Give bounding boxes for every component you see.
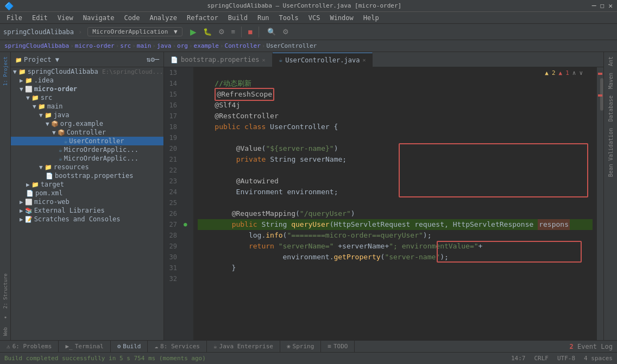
project-tree: ▼ 📁 springCloudAlibaba E:\springCloud...…	[11, 67, 163, 340]
menu-item-build[interactable]: Build	[224, 13, 252, 23]
menu-item-view[interactable]: View	[53, 13, 78, 23]
bottom-tab-terminal[interactable]: ▶_ Terminal	[59, 341, 110, 352]
tree-root[interactable]: ▼ 📁 springCloudAlibaba E:\springCloud...	[11, 67, 163, 76]
bookmark-gutter-icon[interactable]	[184, 230, 193, 241]
tab-usercontroller[interactable]: ☕ UserController.java ✕	[273, 53, 373, 67]
bottom-tab-problems[interactable]: ⚠ 6: Problems	[0, 341, 59, 352]
menu-item-help[interactable]: Help	[359, 13, 383, 23]
tree-bootstrap-props[interactable]: 📄 bootstrap.properties	[11, 171, 163, 180]
gutter-19: 19	[166, 132, 179, 143]
settings-button[interactable]: ⚙	[280, 27, 291, 37]
tree-org-example[interactable]: ▼ 📦 org.example	[11, 119, 163, 128]
folder-icon: 📁	[18, 68, 26, 75]
maximize-btn[interactable]: □	[601, 2, 605, 9]
tab-label-bootstrap: bootstrap.properties	[181, 56, 260, 63]
debug-button[interactable]: 🐛	[201, 27, 214, 37]
tab-close-usercontroller[interactable]: ✕	[362, 57, 366, 63]
bottom-tab-build[interactable]: ⚙ Build	[111, 341, 148, 352]
favorites-strip-tab[interactable]: ★	[2, 313, 9, 323]
tree-micro-web[interactable]: ▶ ⬜ micro-web	[11, 197, 163, 206]
structure-strip-tab[interactable]: 2: Structure	[2, 271, 9, 311]
menu-item-refactor[interactable]: Refactor	[182, 13, 223, 23]
tree-idea-label: .idea	[34, 76, 54, 84]
status-right: 14:7 CRLF UTF-8 4 spaces	[511, 355, 613, 362]
status-bar: Build completed successfully in 5 s 754 …	[0, 352, 617, 364]
coverage-button[interactable]: ⚙	[216, 27, 227, 37]
tree-main[interactable]: ▼ 📁 main	[11, 102, 163, 111]
tree-usercontroller[interactable]: ▶ ☕ UserController	[11, 137, 163, 145]
minimize-btn[interactable]: ─	[592, 2, 596, 10]
close-btn[interactable]: ✕	[608, 2, 613, 10]
expand-icon: ▶	[20, 199, 23, 206]
breadcrumb-controller[interactable]: Controller	[225, 42, 261, 49]
tree-microorderapp1[interactable]: ☕ MicroOrderApplic...	[11, 145, 163, 154]
web-strip-tab[interactable]: Web	[2, 325, 9, 338]
code-line-29: return "serverName=" +serverName+"; envi…	[198, 241, 593, 252]
gutter-32: 32	[166, 273, 179, 284]
gutter-23: 23	[166, 176, 179, 187]
code-editor[interactable]: //动态刷新 @RefreshScope @Slf4j @RestControl…	[193, 67, 597, 340]
tree-java[interactable]: ▼ 📁 java	[11, 111, 163, 119]
tree-resources[interactable]: ▼ 📁 resources	[11, 163, 163, 171]
gutter-17: 17	[166, 111, 179, 122]
tree-micro-order[interactable]: ▼ ⬜ micro-order	[11, 85, 163, 93]
tree-microorderapp2-label: MicroOrderApplic...	[64, 155, 138, 162]
breadcrumb-main[interactable]: main	[137, 42, 152, 49]
tree-resources-label: resources	[54, 163, 89, 171]
module-icon: ⬜	[25, 86, 33, 93]
tree-src[interactable]: ▼ 📁 src	[11, 93, 163, 102]
menu-item-tools[interactable]: Tools	[275, 13, 303, 23]
bottom-tab-java-enterprise[interactable]: ☕ Java Enterprise	[207, 341, 280, 352]
tab-close-bootstrap[interactable]: ✕	[262, 57, 266, 63]
expand-icon: ▼	[20, 86, 23, 93]
run-gutter-icon[interactable]: ●	[184, 219, 193, 230]
right-tab-ant[interactable]: Ant	[607, 54, 615, 68]
panel-icon-minimize[interactable]: ─	[155, 55, 159, 63]
nav-down-icon[interactable]: ∨	[579, 69, 583, 76]
toolbar-run-config[interactable]: MicroOrderApplication ▼	[87, 27, 182, 36]
breadcrumb-project[interactable]: springCloudAlibaba	[4, 42, 69, 49]
tree-controller[interactable]: ▼ 📦 Controller	[11, 128, 163, 137]
panel-icon-gear[interactable]: ⚙	[150, 55, 155, 63]
event-log[interactable]: 2 Event Log	[570, 343, 618, 350]
breadcrumb-src[interactable]: src	[120, 42, 131, 49]
menu-item-window[interactable]: Window	[325, 13, 357, 23]
breadcrumb-module[interactable]: micro-order	[75, 42, 115, 49]
tree-idea[interactable]: ▶ 📁 .idea	[11, 76, 163, 85]
stop-button[interactable]: ■	[245, 26, 255, 37]
breadcrumb-org[interactable]: org	[177, 42, 188, 49]
right-tab-bean-validation[interactable]: Bean Validation	[607, 126, 615, 179]
more-run-button[interactable]: ≡	[229, 27, 238, 37]
menu-item-vcs[interactable]: VCS	[304, 13, 325, 23]
tree-pom-xml[interactable]: 📄 pom.xml	[11, 189, 163, 197]
menu-item-code[interactable]: Code	[120, 13, 144, 23]
search-button[interactable]: 🔍	[265, 27, 278, 37]
tree-external-libraries[interactable]: ▶ 📚 External Libraries	[11, 206, 163, 215]
tree-microorderapp2[interactable]: ☕ MicroOrderApplic...	[11, 154, 163, 163]
editor-scrollbar[interactable]	[597, 67, 603, 340]
tree-scratches[interactable]: ▶ 📝 Scratches and Consoles	[11, 215, 163, 223]
menu-item-file[interactable]: File	[2, 13, 27, 23]
breadcrumb-usercontroller[interactable]: UserController	[266, 42, 317, 49]
panel-icon-sort[interactable]: ⇅	[147, 55, 151, 63]
right-tab-maven[interactable]: Maven	[607, 71, 615, 91]
breadcrumb: springCloudAlibaba › micro-order › src ›…	[0, 40, 617, 52]
bottom-tab-services[interactable]: ☁ 8: Services	[148, 341, 206, 352]
tree-target[interactable]: ▶ 📁 target	[11, 180, 163, 189]
bottom-tab-todo[interactable]: ≡ TODO	[321, 341, 355, 352]
gutter-21: 21	[166, 154, 179, 165]
tab-bootstrap-properties[interactable]: 📄 bootstrap.properties ✕	[164, 53, 273, 67]
breadcrumb-java[interactable]: java	[157, 42, 172, 49]
breadcrumb-example[interactable]: example	[194, 42, 219, 49]
nav-up-icon[interactable]: ∧	[572, 69, 576, 76]
tree-java-label: java	[54, 111, 70, 119]
project-strip-tab[interactable]: 1: Project	[2, 54, 9, 88]
menu-item-navigate[interactable]: Navigate	[79, 13, 119, 23]
menu-item-analyze[interactable]: Analyze	[145, 13, 181, 23]
menu-item-edit[interactable]: Edit	[28, 13, 52, 23]
run-button[interactable]: ▶	[188, 26, 199, 38]
right-tab-database[interactable]: Database	[607, 93, 615, 124]
bottom-tab-spring[interactable]: ❀ Spring	[280, 341, 321, 352]
menu-item-run[interactable]: Run	[253, 13, 274, 23]
menu-bar: File Edit View Navigate Code Analyze Ref…	[0, 12, 617, 24]
